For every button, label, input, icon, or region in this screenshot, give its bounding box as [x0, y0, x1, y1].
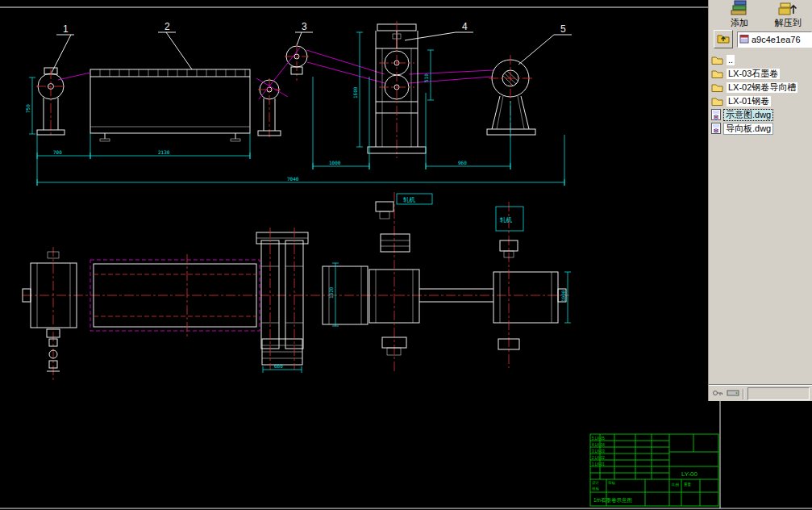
plan-conveyor — [90, 254, 260, 337]
list-item-dwg-guideplate[interactable]: 导向板.dwg — [711, 122, 812, 136]
file-name: .. — [727, 55, 735, 65]
archive-icon — [739, 34, 749, 45]
add-icon — [731, 0, 748, 18]
folder-icon — [711, 96, 723, 107]
archive-file-list: .. LX-03石墨卷 LX-02钢卷导向槽 — [709, 50, 812, 136]
title-block: LY-00 1m石墨卷示意图 5 LX-05 4 LX-04 3 LX-03 2… — [590, 434, 718, 506]
extract-icon — [778, 0, 797, 18]
dim-960: 960 — [458, 160, 467, 165]
statusbar-separator — [743, 389, 744, 399]
list-item-parent-dir[interactable]: .. — [711, 53, 812, 67]
list-item-folder-lx02[interactable]: LX-02钢卷导向槽 — [711, 81, 812, 94]
material-path-lines — [58, 48, 493, 99]
title-drawing-name: 1m石墨卷示意图 — [593, 497, 632, 503]
list-item-dwg-schematic[interactable]: 示意图.dwg — [711, 108, 812, 122]
title-drawing-number: LY-00 — [681, 470, 698, 478]
file-name: LX-01钢卷 — [727, 96, 771, 107]
bom-row-4: 4 LX-04 — [592, 443, 605, 447]
balloon-3: 3 — [295, 21, 313, 45]
drawing-frame — [0, 7, 812, 508]
field-weight: 重量 — [684, 482, 692, 487]
add-button[interactable]: 添加 — [718, 0, 760, 27]
balloon-2: 2 — [158, 21, 192, 69]
dim-2130: 2130 — [158, 149, 170, 155]
dwg-file-icon — [711, 109, 721, 122]
mill-label-a: 轧机 — [403, 196, 416, 203]
extract-button-label: 解压到 — [775, 18, 802, 27]
archive-toolbar: 添加 解压到 — [709, 0, 812, 27]
archive-status-bar — [709, 384, 812, 401]
dim-7040: 7040 — [287, 176, 299, 182]
field-scale: 比例 — [672, 483, 680, 487]
mill-label-b: 轧机 — [500, 216, 513, 224]
dim-1320: 1320 — [328, 286, 334, 299]
balloon-2-label: 2 — [164, 21, 170, 32]
cad-drawing-canvas: 1 2 3 4 5 — [0, 0, 812, 510]
drive-icon — [727, 387, 739, 401]
field-design: 设计 — [592, 480, 600, 485]
plan-mill-rolls: 轧机 — [323, 192, 493, 373]
plan-left-roller — [23, 247, 77, 381]
part-unwind-pulley — [36, 68, 65, 137]
dimensions-plan-view: 1320 1000 660 — [263, 263, 571, 373]
bom-row-3: 3 LX-03 — [592, 449, 605, 454]
archive-name-text: a9c4e1ea76 — [752, 35, 801, 44]
dwg-file-icon — [711, 123, 721, 136]
dim-510: 510 — [423, 73, 429, 82]
balloon-1-label: 1 — [63, 23, 69, 35]
dim-1000b: 1000 — [560, 290, 566, 302]
dim-1000: 1000 — [329, 160, 341, 165]
folder-icon — [711, 55, 723, 66]
add-button-label: 添加 — [731, 18, 748, 27]
folder-up-icon — [717, 32, 730, 47]
folder-icon — [711, 69, 723, 80]
balloon-5-label: 5 — [560, 23, 566, 35]
list-item-folder-lx01[interactable]: LX-01钢卷 — [711, 94, 812, 108]
file-name: 导向板.dwg — [724, 123, 772, 134]
field-audit: 审核 — [608, 481, 616, 485]
file-name: LX-03石墨卷 — [727, 69, 780, 79]
part-mill-stand — [368, 21, 426, 158]
plan-view: 轧机 轧机 1320 — [23, 192, 571, 381]
dim-1600: 1600 — [352, 86, 358, 98]
bom-row-2: 2 LX-02 — [592, 456, 605, 460]
dim-700: 700 — [53, 149, 62, 155]
archive-name-combo[interactable]: a9c4e1ea76 — [737, 31, 812, 48]
elevation-view: 1 2 3 4 5 — [25, 21, 572, 186]
application-window: 1 2 3 4 5 — [0, 0, 812, 510]
balloon-4-label: 4 — [462, 21, 468, 32]
plan-right-roller: 轧机 — [493, 202, 566, 368]
extract-button[interactable]: 解压到 — [767, 0, 809, 27]
field-check: 校核 — [592, 487, 600, 491]
dim-750: 750 — [25, 104, 31, 113]
bom-row-1: 1 LX-01 — [592, 462, 605, 466]
part-conveyor — [90, 69, 250, 141]
key-icon — [712, 387, 723, 401]
file-name: LX-02钢卷导向槽 — [727, 82, 797, 93]
dim-660: 660 — [274, 363, 283, 369]
balloon-3-label: 3 — [302, 21, 307, 32]
archive-panel: 添加 解压到 — [708, 0, 812, 401]
plan-support-columns — [256, 228, 308, 370]
part-coil — [487, 55, 535, 139]
bom-row-5: 5 LX-05 — [592, 437, 605, 441]
file-name: 示意图.dwg — [724, 110, 772, 120]
up-one-level-button[interactable] — [714, 30, 733, 48]
folder-icon — [711, 82, 723, 94]
archive-nav-row: a9c4e1ea76 — [709, 27, 812, 50]
balloon-5: 5 — [518, 23, 572, 65]
balloon-1: 1 — [52, 23, 74, 73]
part-guide-pulley-lower — [258, 78, 281, 137]
list-item-folder-lx03[interactable]: LX-03石墨卷 — [711, 67, 812, 81]
statusbar-message-area — [747, 387, 810, 400]
